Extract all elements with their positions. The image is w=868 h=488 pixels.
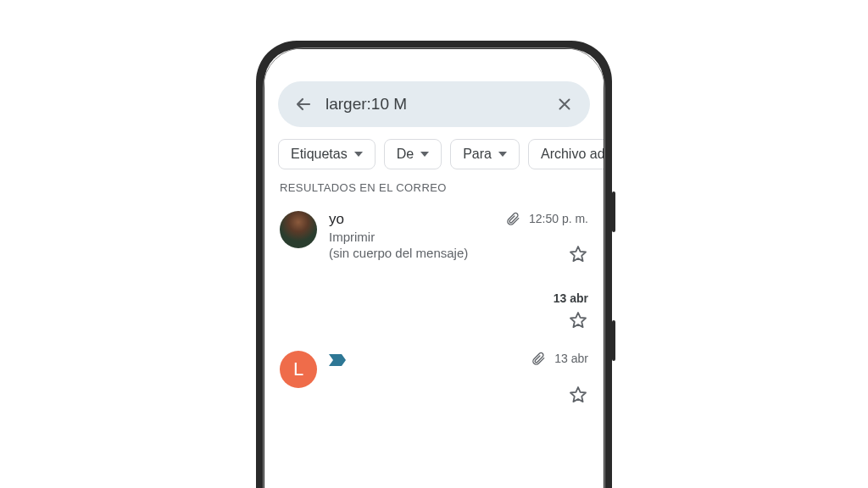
search-input[interactable] [326, 95, 546, 114]
chevron-down-icon [420, 152, 429, 157]
filter-chip-etiquetas[interactable]: Etiquetas [278, 139, 376, 169]
avatar[interactable]: L [280, 351, 317, 388]
filter-chip-archivo[interactable]: Archivo ad [528, 139, 604, 169]
filter-chip-de[interactable]: De [384, 139, 442, 169]
avatar[interactable] [280, 211, 317, 248]
email-item[interactable]: 13 abr [264, 269, 604, 336]
time-label: 13 abr [554, 352, 588, 365]
phone-frame: Etiquetas De Para Archivo ad RESULTADOS … [256, 41, 612, 488]
chip-label: Etiquetas [291, 147, 348, 162]
chip-label: Archivo ad [541, 147, 604, 162]
attachment-icon [505, 211, 520, 226]
attachment-icon [531, 351, 546, 366]
status-bar [264, 59, 604, 75]
star-icon[interactable] [568, 385, 588, 405]
time-label: 12:50 p. m. [529, 212, 588, 225]
phone-side-button [612, 191, 615, 232]
avatar-letter: L [293, 358, 303, 380]
phone-screen: Etiquetas De Para Archivo ad RESULTADOS … [264, 49, 604, 488]
clear-icon[interactable] [553, 92, 576, 116]
chip-label: De [397, 147, 414, 162]
email-item[interactable]: yo 12:50 p. m. Imprimir (sin cuerpo del … [264, 202, 604, 269]
filter-chip-para[interactable]: Para [450, 139, 520, 169]
email-subject: Imprimir [329, 230, 588, 244]
label-bookmark-icon [329, 354, 346, 366]
phone-side-button [612, 320, 615, 361]
filter-chips-row: Etiquetas De Para Archivo ad [264, 139, 604, 181]
search-bar [278, 81, 590, 127]
chevron-down-icon [354, 152, 363, 157]
back-icon[interactable] [292, 92, 315, 116]
email-item[interactable]: L 13 abr [264, 336, 604, 410]
time-label: 13 abr [554, 291, 588, 305]
sender-name: yo [329, 211, 344, 228]
email-snippet: (sin cuerpo del mensaje) [329, 246, 468, 260]
chip-label: Para [463, 147, 492, 162]
avatar-placeholder [280, 291, 317, 330]
star-icon[interactable] [568, 310, 588, 330]
chevron-down-icon [498, 152, 507, 157]
section-header: RESULTADOS EN EL CORREO [264, 181, 604, 202]
star-icon[interactable] [568, 244, 588, 264]
